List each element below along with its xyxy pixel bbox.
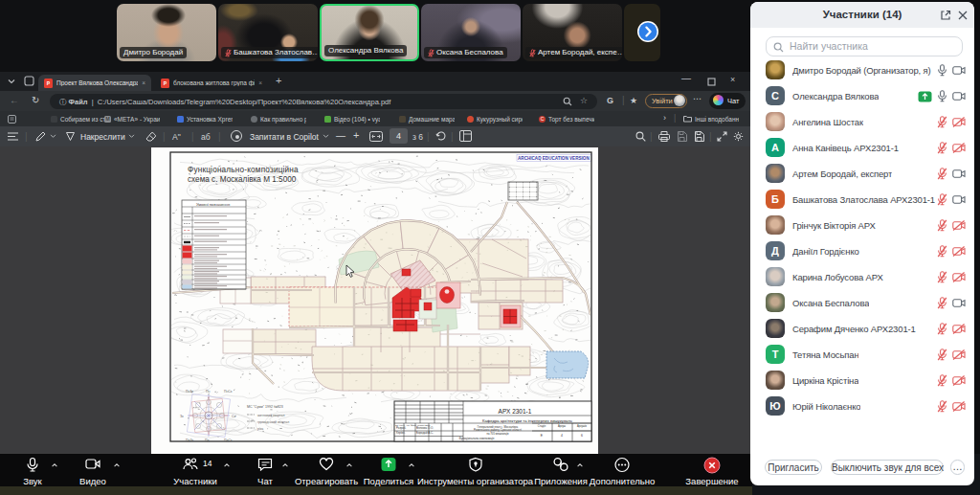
svg-text:Пн: Пн xyxy=(206,390,210,394)
svg-text:ПдСх: ПдСх xyxy=(224,439,233,442)
svg-text:ПнСх: ПнСх xyxy=(224,390,233,394)
svg-text:Функціонально-композиційна: Функціонально-композиційна xyxy=(188,166,299,174)
svg-text:на 705 мешканців: на 705 мешканців xyxy=(486,432,509,436)
svg-text:Вялкова О.О.: Вялкова О.О. xyxy=(416,426,434,430)
svg-text:Аркушів: Аркушів xyxy=(577,424,588,428)
svg-text:Зм. Кільк. Арк. №док. Підпис Д: Зм. Кільк. Арк. №док. Підпис Дата xyxy=(395,424,431,426)
svg-text:АРХ 2301-1: АРХ 2301-1 xyxy=(499,408,532,415)
svg-text:ріка: ріка xyxy=(257,427,263,431)
svg-text:Сх: Сх xyxy=(232,415,235,418)
svg-text:ПдЗх: ПдЗх xyxy=(186,439,193,442)
svg-text:Керівн.: Керівн. xyxy=(396,431,406,435)
svg-text:схема с. Москалівка М 1:5000: схема с. Москалівка М 1:5000 xyxy=(188,175,297,184)
svg-text:ПнЗх: ПнЗх xyxy=(186,390,193,394)
svg-text:Аркуш: Аркуш xyxy=(558,424,566,428)
svg-text:Бородай А.С.: Бородай А.С. xyxy=(416,431,434,435)
svg-text:Кафедра архітектури та інженер: Кафедра архітектури та інженерних вишуку… xyxy=(482,418,573,423)
svg-text:Умовні позначення: Умовні позначення xyxy=(196,202,230,207)
svg-text:громадський квартал: громадський квартал xyxy=(257,420,289,424)
svg-text:Розроб.: Розроб. xyxy=(396,426,407,430)
svg-text:Пд: Пд xyxy=(205,439,209,442)
svg-text:4: 4 xyxy=(561,434,563,438)
svg-text:6: 6 xyxy=(581,434,583,438)
svg-text:Функціональна композиція: Функціональна композиція xyxy=(459,437,495,440)
svg-text:Зх: Зх xyxy=(180,415,184,418)
svg-text:МС "Суми" 1992 №823: МС "Суми" 1992 №823 xyxy=(247,405,283,409)
svg-text:Стадія: Стадія xyxy=(538,424,546,428)
svg-text:житловий квартал: житловий квартал xyxy=(257,414,284,417)
svg-text:ARCHICAD EDUCATION VERSION: ARCHICAD EDUCATION VERSION xyxy=(518,156,590,161)
